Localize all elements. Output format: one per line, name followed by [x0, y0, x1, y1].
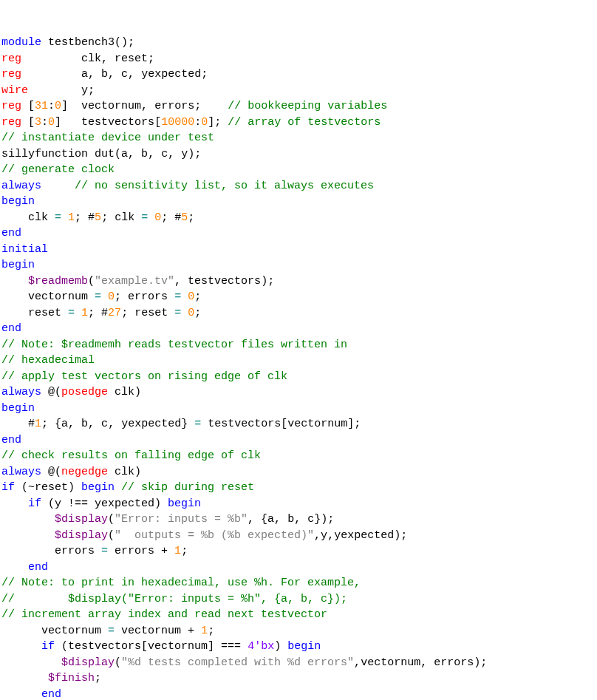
comment: // $display("Error: inputs = %h", {a, b,…	[1, 593, 347, 605]
kw-initial: initial	[1, 243, 48, 256]
punct: +	[154, 545, 174, 557]
num-0: 0	[55, 100, 61, 112]
punct: @(	[41, 386, 61, 398]
kw-negedge: negedge	[61, 466, 108, 478]
kw-begin: begin	[168, 497, 201, 510]
punct: ; #	[75, 211, 95, 224]
comment: // increment array index and read next t…	[1, 608, 327, 621]
punct	[181, 307, 188, 319]
str-outputs: " outputs = %b (%b expected)"	[115, 529, 314, 542]
punct: ,	[128, 148, 141, 160]
punct: ,	[294, 513, 307, 526]
id-sillyfunction: sillyfunction	[1, 148, 88, 160]
punct: )	[274, 640, 287, 653]
num-5: 5	[95, 211, 101, 224]
kw-if: if	[1, 481, 15, 494]
kw-reg: reg	[1, 52, 21, 65]
id-testvectors: testvectors	[188, 275, 261, 288]
punct: ];	[208, 116, 228, 129]
punct	[1, 672, 48, 684]
punct: ,	[314, 529, 321, 542]
punct: ;	[115, 290, 128, 303]
kw-end: end	[1, 322, 21, 335]
punct	[95, 545, 101, 557]
punct: (	[88, 275, 95, 288]
punct: )	[134, 466, 141, 478]
kw-begin: begin	[1, 195, 35, 208]
id-reset: reset	[115, 52, 148, 65]
kw-end: end	[41, 688, 61, 701]
id-testvectors: testvectors	[208, 418, 281, 430]
kw-always: always	[1, 386, 41, 398]
punct: ,	[68, 418, 81, 430]
punct	[181, 290, 188, 303]
punct: ;	[194, 100, 228, 112]
id-c: c	[161, 148, 168, 160]
punct: ;	[201, 68, 208, 81]
punct: ]	[61, 100, 81, 112]
punct: ,	[88, 418, 101, 430]
punct: (	[108, 529, 115, 542]
num-0: 0	[188, 307, 194, 319]
punct: ;	[194, 290, 201, 303]
kw-always: always	[1, 180, 41, 192]
punct: :	[194, 116, 201, 129]
num-1: 1	[174, 545, 181, 557]
id-b: b	[81, 418, 88, 430]
comment: // instantiate device under test	[1, 132, 214, 144]
comment: // hexadecimal	[1, 354, 95, 367]
kw-if: if	[41, 640, 55, 653]
comment: // no sensitivity list, so it always exe…	[75, 180, 374, 192]
punct	[108, 386, 115, 398]
punct	[1, 625, 41, 637]
punct: (	[115, 656, 121, 669]
punct: ;	[194, 307, 201, 319]
id-clk: clk	[81, 52, 101, 65]
kw-begin: begin	[287, 640, 321, 653]
punct	[88, 148, 95, 160]
id-c: c	[121, 68, 128, 81]
punct: :	[48, 100, 55, 112]
kw-begin: begin	[1, 259, 35, 271]
str-error: "Error: inputs = %b"	[115, 513, 248, 526]
punct: ,	[108, 418, 121, 430]
num-1: 1	[81, 307, 88, 319]
id-y: y	[181, 148, 188, 160]
id-b: b	[141, 148, 148, 160]
op-eq: =	[95, 290, 101, 303]
kw-end: end	[28, 561, 48, 574]
num-27: 27	[108, 307, 121, 319]
punct: ;	[101, 211, 115, 224]
id-vectornum: vectornum	[28, 290, 88, 303]
op-eq: =	[68, 307, 75, 319]
punct: [	[154, 116, 161, 129]
punct: );	[261, 275, 274, 288]
punct	[41, 180, 75, 192]
punct	[134, 211, 141, 224]
id-y: y	[81, 84, 88, 97]
kw-wire: wire	[1, 84, 28, 97]
punct: ]	[55, 116, 81, 129]
comment: // apply test vectors on rising edge of …	[1, 370, 287, 383]
punct: ,	[148, 148, 161, 160]
punct	[1, 307, 28, 319]
punct: (~	[15, 481, 35, 494]
num-0: 0	[108, 290, 115, 303]
punct: ,	[174, 275, 188, 288]
id-clk: clk	[115, 386, 134, 398]
id-a: a	[81, 68, 88, 81]
punct: ,	[128, 68, 141, 81]
punct: ;	[148, 52, 154, 65]
punct	[168, 290, 174, 303]
id-clk: clk	[28, 211, 48, 224]
punct: !==	[61, 497, 95, 510]
punct: )	[68, 481, 81, 494]
id-c: c	[101, 418, 108, 430]
punct: )	[134, 386, 141, 398]
punct	[21, 68, 81, 81]
comment: // skip during reset	[121, 481, 254, 494]
punct: ;	[95, 672, 101, 684]
punct: (	[115, 148, 121, 160]
punct	[108, 545, 115, 557]
punct: );	[394, 529, 407, 542]
